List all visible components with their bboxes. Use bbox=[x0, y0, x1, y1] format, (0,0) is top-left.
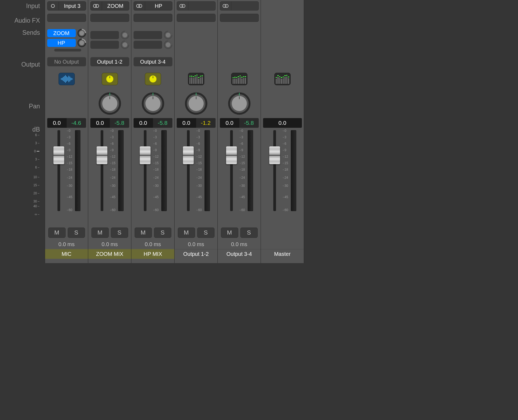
delay-value[interactable]: 0.0 ms bbox=[101, 241, 118, 247]
channel-name[interactable]: MIC bbox=[45, 249, 88, 259]
send-level-knob[interactable] bbox=[164, 31, 172, 39]
pan-knob[interactable] bbox=[142, 92, 164, 115]
input-mode-button[interactable] bbox=[47, 2, 59, 10]
audio-fx-slot[interactable] bbox=[177, 14, 216, 22]
volume-fader[interactable] bbox=[273, 130, 276, 211]
fader-section: 036912151824304560 bbox=[47, 129, 86, 215]
audio-fx-slot[interactable] bbox=[134, 14, 172, 22]
input-slot[interactable]: HP bbox=[134, 1, 172, 11]
input-name[interactable]: ZOOM bbox=[102, 2, 129, 10]
volume-fader[interactable] bbox=[144, 130, 146, 211]
db-value: 0.0 bbox=[177, 118, 196, 128]
input-slot[interactable]: Input 3 bbox=[47, 1, 86, 11]
fader-section: 036912151824304560 bbox=[220, 129, 259, 215]
input-name[interactable] bbox=[188, 2, 215, 10]
channel-type-icon[interactable] bbox=[231, 73, 247, 85]
label-output: Output bbox=[21, 58, 40, 71]
audio-fx-slot[interactable] bbox=[90, 14, 129, 22]
solo-button[interactable]: S bbox=[68, 228, 85, 238]
channel-type-icon[interactable] bbox=[188, 73, 204, 85]
mute-button[interactable]: M bbox=[48, 228, 66, 238]
volume-fader[interactable] bbox=[187, 130, 190, 211]
solo-button[interactable]: S bbox=[240, 228, 258, 238]
peak-value: -5.8 bbox=[110, 118, 129, 128]
send-label-button[interactable] bbox=[134, 31, 162, 39]
mute-button[interactable]: M bbox=[221, 228, 238, 238]
input-slot[interactable] bbox=[220, 1, 259, 11]
delay-value[interactable]: 0.0 ms bbox=[231, 241, 247, 247]
db-value: 0.0 bbox=[47, 118, 67, 128]
fader-cap[interactable] bbox=[226, 146, 237, 164]
send-stub[interactable] bbox=[54, 49, 81, 51]
fader-cap[interactable] bbox=[140, 146, 151, 164]
audio-fx-slot[interactable] bbox=[47, 14, 86, 22]
db-readout[interactable]: 0.0-4.6 bbox=[47, 118, 86, 128]
input-slot[interactable]: ZOOM bbox=[90, 1, 129, 11]
mute-button[interactable]: M bbox=[178, 228, 195, 238]
channel-name[interactable]: ZOOM MIX bbox=[88, 249, 131, 259]
input-name[interactable]: Input 3 bbox=[59, 2, 86, 10]
solo-button[interactable]: S bbox=[154, 228, 171, 238]
input-name[interactable]: HP bbox=[145, 2, 172, 10]
send-level-knob[interactable] bbox=[164, 40, 172, 49]
mute-button[interactable]: M bbox=[91, 228, 109, 238]
channel-name[interactable]: HP MIX bbox=[131, 249, 174, 259]
svg-rect-27 bbox=[239, 97, 240, 99]
input-mode-button[interactable] bbox=[134, 2, 145, 10]
input-mode-button[interactable] bbox=[220, 2, 231, 10]
pan-icon bbox=[106, 75, 113, 82]
send-level-knob[interactable] bbox=[121, 31, 129, 39]
channel-type-icon[interactable] bbox=[274, 73, 291, 85]
db-readout[interactable]: 0.0-5.8 bbox=[220, 118, 259, 128]
output-slot[interactable]: Output 1-2 bbox=[90, 57, 129, 66]
audio-fx-slot[interactable] bbox=[220, 14, 259, 22]
input-name[interactable] bbox=[231, 2, 258, 10]
db-readout[interactable]: 0.0-5.8 bbox=[134, 118, 172, 128]
volume-fader[interactable] bbox=[230, 130, 233, 211]
channel-name[interactable]: Master bbox=[261, 249, 304, 259]
delay-value[interactable]: 0.0 ms bbox=[188, 241, 204, 247]
db-readout[interactable]: 0.0 bbox=[263, 118, 302, 128]
send-label-button[interactable]: HP bbox=[47, 39, 76, 47]
send-label-button[interactable] bbox=[134, 41, 162, 49]
channel-type-icon[interactable] bbox=[145, 73, 161, 85]
solo-button[interactable]: S bbox=[111, 228, 128, 238]
channel-type-icon[interactable] bbox=[59, 73, 75, 85]
volume-fader[interactable] bbox=[57, 130, 60, 211]
db-readout[interactable]: 0.0-1.2 bbox=[177, 118, 216, 128]
delay-value[interactable]: 0.0 ms bbox=[145, 241, 161, 247]
db-readout[interactable]: 0.0-5.8 bbox=[90, 118, 129, 128]
fader-cap[interactable] bbox=[183, 146, 194, 164]
send-label-button[interactable]: ZOOM bbox=[47, 29, 76, 37]
mute-button[interactable]: M bbox=[135, 228, 152, 238]
channel-name[interactable]: Output 1-2 bbox=[175, 249, 217, 259]
stereo-icon bbox=[179, 4, 185, 8]
svg-point-13 bbox=[166, 33, 171, 37]
send-level-knob[interactable] bbox=[77, 39, 86, 47]
channel-name[interactable]: Output 3-4 bbox=[218, 249, 261, 259]
fader-cap[interactable] bbox=[97, 146, 107, 164]
pan-knob[interactable] bbox=[185, 92, 207, 115]
send-level-knob[interactable] bbox=[121, 40, 129, 49]
output-slot[interactable]: Output 3-4 bbox=[134, 57, 172, 66]
input-mode-button[interactable] bbox=[91, 2, 102, 10]
fader-section: 036912151824304560 bbox=[177, 129, 216, 215]
stereo-icon bbox=[223, 4, 229, 8]
label-pan: Pan bbox=[29, 93, 40, 120]
input-slot[interactable] bbox=[177, 1, 216, 11]
output-slot[interactable]: No Output bbox=[47, 57, 86, 66]
input-mode-button[interactable] bbox=[177, 2, 188, 10]
level-meter bbox=[118, 130, 124, 211]
pan-knob[interactable] bbox=[98, 92, 121, 115]
pan-knob[interactable] bbox=[228, 92, 251, 115]
delay-value[interactable]: 0.0 ms bbox=[58, 241, 74, 247]
send-label-button[interactable] bbox=[90, 31, 119, 39]
volume-fader[interactable] bbox=[101, 130, 103, 211]
fader-cap[interactable] bbox=[53, 146, 64, 164]
fader-cap[interactable] bbox=[269, 146, 280, 164]
send-level-knob[interactable] bbox=[77, 29, 86, 37]
solo-button[interactable]: S bbox=[197, 228, 214, 238]
send-label-button[interactable] bbox=[90, 41, 119, 49]
svg-rect-19 bbox=[153, 97, 153, 99]
channel-type-icon[interactable] bbox=[102, 73, 118, 85]
